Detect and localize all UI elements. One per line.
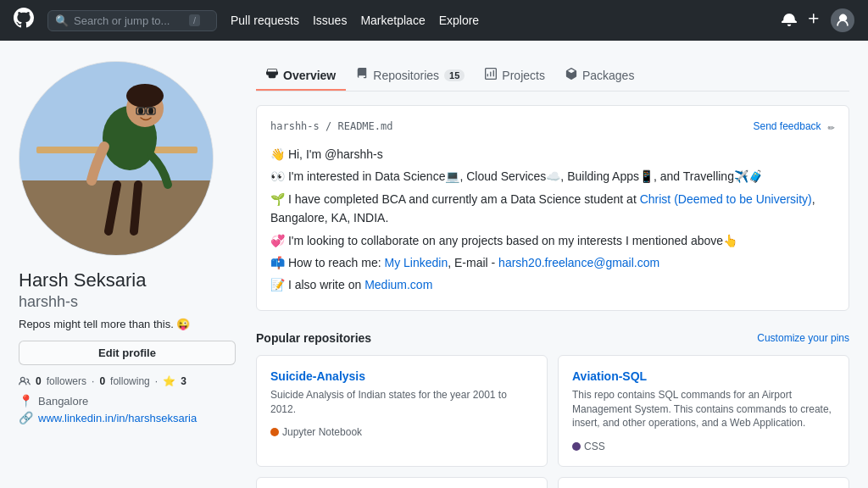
tab-projects[interactable]: Projects bbox=[475, 61, 555, 91]
readme-item-2: 🌱 I have completed BCA and currently am … bbox=[270, 188, 835, 230]
pull-requests-link[interactable]: Pull requests bbox=[231, 14, 299, 27]
readme-list: 👋 Hi, I'm @harshh-s 👀 I'm interested in … bbox=[270, 143, 835, 297]
user-avatar[interactable] bbox=[831, 8, 854, 32]
tab-projects-label: Projects bbox=[502, 69, 545, 82]
christ-link[interactable]: Christ (Deemed to be University) bbox=[640, 192, 812, 206]
edit-profile-button[interactable]: Edit profile bbox=[19, 341, 236, 365]
readme-actions: Send feedback ✏️ bbox=[754, 119, 836, 133]
location-item: 📍 Bangalore bbox=[19, 394, 236, 408]
following-link[interactable]: 0 bbox=[99, 375, 105, 387]
user-username: harshh-s bbox=[19, 293, 236, 311]
tab-packages-label: Packages bbox=[582, 69, 634, 82]
email-link[interactable]: harsh20.freelance@gmail.com bbox=[498, 256, 659, 269]
lang-dot-1 bbox=[572, 442, 581, 451]
location-text: Bangalore bbox=[38, 395, 88, 408]
readme-header: harshh-s / README.md Send feedback ✏️ bbox=[270, 119, 835, 133]
followers-label: followers bbox=[47, 375, 86, 387]
stars-icon: ⭐ bbox=[163, 375, 175, 387]
svg-point-5 bbox=[126, 84, 164, 108]
repo-name-1[interactable]: Aviation-SQL bbox=[572, 369, 835, 383]
avatar: 🏆 bbox=[19, 61, 214, 256]
tab-repositories[interactable]: Repositories 15 bbox=[346, 61, 475, 91]
followers-link[interactable]: 0 bbox=[36, 375, 42, 387]
tab-packages[interactable]: Packages bbox=[555, 61, 644, 91]
repositories-icon bbox=[356, 68, 368, 82]
search-input[interactable] bbox=[74, 14, 184, 27]
stars-link[interactable]: 3 bbox=[181, 375, 186, 387]
repo-lang-label-1: CSS bbox=[584, 441, 605, 452]
readme-item-5: 📝 I also write on Medium.com bbox=[270, 274, 835, 296]
issues-link[interactable]: Issues bbox=[313, 14, 347, 27]
location-icon: 📍 bbox=[19, 394, 33, 408]
tab-repositories-label: Repositories bbox=[373, 69, 439, 82]
repo-card-1: Aviation-SQL This repo contains SQL comm… bbox=[558, 355, 849, 467]
readme-card: harshh-s / README.md Send feedback ✏️ 👋 … bbox=[256, 105, 849, 311]
repo-card-2: R-lab R Lab exercises. HTML bbox=[256, 477, 548, 488]
main-content: 🏆 Harsh Seksaria harshh-s Repos might te… bbox=[5, 41, 863, 488]
tab-overview[interactable]: Overview bbox=[256, 61, 346, 91]
profile-tabs: Overview Repositories 15 Projects bbox=[256, 61, 849, 92]
github-logo[interactable] bbox=[14, 8, 34, 33]
main-panel: Overview Repositories 15 Projects bbox=[256, 61, 849, 488]
repo-card-3: ML-lab Machine Learning Lab programs. Ju… bbox=[558, 477, 849, 488]
repo-desc-1: This repo contains SQL commands for an A… bbox=[572, 388, 835, 430]
svg-point-6 bbox=[138, 108, 143, 114]
repo-name-0[interactable]: Suicide-Analysis bbox=[270, 369, 533, 383]
packages-icon bbox=[565, 68, 577, 82]
customize-pins-link[interactable]: Customize your pins bbox=[757, 332, 849, 344]
plus-icon[interactable] bbox=[807, 12, 821, 29]
repo-lang-0: Jupyter Notebook bbox=[270, 426, 533, 438]
readme-body: 👋 Hi, I'm @harshh-s 👀 I'm interested in … bbox=[270, 143, 835, 297]
readme-item-1: 👀 I'm interested in Data Science💻, Cloud… bbox=[270, 165, 835, 187]
profile-sidebar: 🏆 Harsh Seksaria harshh-s Repos might te… bbox=[19, 61, 236, 488]
readme-edit-icon[interactable]: ✏️ bbox=[828, 119, 835, 133]
search-icon: 🔍 bbox=[55, 14, 69, 27]
linkedin-item: 🔗 www.linkedin.in/in/harshseksaria bbox=[19, 411, 236, 424]
search-box[interactable]: 🔍 / bbox=[47, 10, 217, 31]
repo-desc-0: Suicide Analysis of Indian states for th… bbox=[270, 388, 533, 417]
popular-title: Popular repositories bbox=[256, 331, 371, 345]
main-header: 🔍 / Pull requests Issues Marketplace Exp… bbox=[0, 0, 868, 41]
header-right bbox=[782, 8, 854, 32]
repos-grid: Suicide-Analysis Suicide Analysis of Ind… bbox=[256, 355, 849, 488]
tab-overview-label: Overview bbox=[283, 69, 336, 82]
overview-icon bbox=[266, 68, 278, 82]
follow-info: 0 followers · 0 following · ⭐ 3 bbox=[19, 375, 236, 387]
notifications-icon[interactable] bbox=[782, 11, 797, 30]
readme-item-3: 💞️ I'm looking to collaborate on any pro… bbox=[270, 230, 835, 252]
popular-header: Popular repositories Customize your pins bbox=[256, 331, 849, 345]
lang-dot-0 bbox=[270, 428, 279, 436]
search-shortcut: / bbox=[189, 14, 200, 26]
explore-link[interactable]: Explore bbox=[439, 14, 479, 27]
people-icon bbox=[19, 375, 31, 387]
header-nav: Pull requests Issues Marketplace Explore bbox=[231, 14, 479, 27]
medium-link[interactable]: Medium.com bbox=[364, 278, 432, 291]
svg-point-7 bbox=[148, 108, 153, 114]
readme-item-4: 📫 How to reach me: My Linkedin, E-mail -… bbox=[270, 252, 835, 274]
linkedin-link[interactable]: www.linkedin.in/in/harshseksaria bbox=[38, 412, 197, 424]
avatar-badge: 🏆 bbox=[184, 226, 208, 250]
projects-icon bbox=[485, 68, 497, 82]
link-icon: 🔗 bbox=[19, 411, 33, 424]
following-label: following bbox=[110, 375, 150, 387]
readme-breadcrumb: harshh-s / README.md bbox=[270, 120, 393, 132]
repo-lang-1: CSS bbox=[572, 441, 835, 452]
tab-repositories-count: 15 bbox=[444, 69, 465, 81]
popular-repos-section: Popular repositories Customize your pins… bbox=[256, 331, 849, 488]
user-fullname: Harsh Seksaria bbox=[19, 269, 236, 291]
linkedin-readme-link[interactable]: My Linkedin bbox=[385, 256, 448, 269]
user-bio: Repos might tell more than this. 😜 bbox=[19, 318, 236, 330]
readme-item-0: 👋 Hi, I'm @harshh-s bbox=[270, 143, 835, 165]
repo-lang-label-0: Jupyter Notebook bbox=[282, 426, 362, 438]
marketplace-link[interactable]: Marketplace bbox=[360, 14, 425, 27]
repo-card-0: Suicide-Analysis Suicide Analysis of Ind… bbox=[256, 355, 548, 467]
send-feedback-link[interactable]: Send feedback bbox=[754, 120, 821, 132]
